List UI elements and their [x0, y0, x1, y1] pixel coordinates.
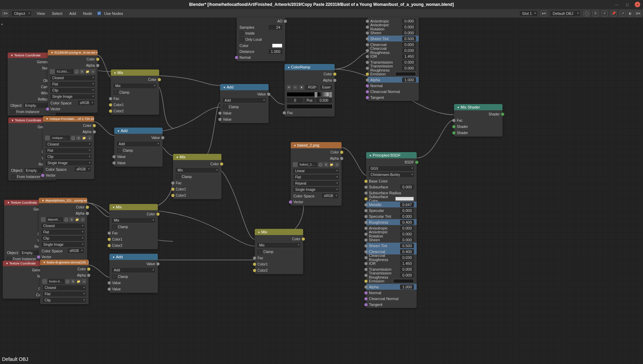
- panel-expand-icon[interactable]: ▸: [1, 22, 3, 26]
- value-field[interactable]: 0.000: [400, 226, 414, 231]
- node-header[interactable]: Principled BSDF: [366, 152, 417, 158]
- blend-mode-dropdown[interactable]: Mix: [111, 217, 156, 223]
- node-math-add-3[interactable]: Add Value Add Clamp Value Value: [109, 254, 158, 293]
- source-dropdown[interactable]: Single Image: [50, 94, 96, 100]
- node-header[interactable]: Mix: [111, 69, 159, 76]
- image-icon[interactable]: [50, 69, 55, 74]
- value-field[interactable]: 0.000: [400, 237, 414, 242]
- open-icon[interactable]: 📁: [329, 162, 334, 167]
- image-icon[interactable]: [293, 162, 298, 167]
- prop-emission[interactable]: Emission: [366, 278, 417, 284]
- ramp-mode-dropdown[interactable]: RGB: [305, 84, 318, 90]
- prop-sheen[interactable]: Sheen0.000: [366, 237, 417, 243]
- color-swatch[interactable]: [395, 72, 416, 76]
- color-swatch[interactable]: [395, 197, 414, 201]
- node-image-texture-1[interactable]: 81189190-young-w...in-an-art-room(291, C…: [48, 50, 98, 113]
- extension-dropdown[interactable]: Clip: [50, 87, 96, 93]
- menu-select[interactable]: Select: [50, 11, 65, 16]
- fake-user-icon[interactable]: ◯: [64, 217, 69, 222]
- colorspace-dropdown[interactable]: sRGB: [67, 248, 84, 254]
- image-name-field[interactable]: 81189190-young-...: [55, 69, 73, 74]
- prop-sheen-tint[interactable]: Sheen Tint0.500: [366, 243, 417, 249]
- clamp-checkbox[interactable]: [257, 250, 262, 254]
- samples-field[interactable]: 24: [269, 25, 282, 30]
- value-field[interactable]: 0.000: [402, 25, 416, 29]
- projection-dropdown[interactable]: Flat: [42, 291, 87, 297]
- prop-alpha[interactable]: Alpha1.000: [368, 77, 419, 83]
- node-mix-shader[interactable]: Mix Shader Shader Fac Shader Shader: [454, 104, 502, 137]
- fake-user-icon[interactable]: ◯: [318, 162, 323, 167]
- shading-icon[interactable]: ◐: [627, 10, 633, 17]
- node-mix-1[interactable]: Mix Color Mix Clamp Fac Color1 Color2: [111, 69, 159, 115]
- value-field[interactable]: 1.000: [400, 284, 414, 289]
- distance-field[interactable]: 1.000: [269, 49, 282, 54]
- close-icon[interactable]: ×: [635, 2, 640, 7]
- clip-icon[interactable]: ↗: [619, 10, 626, 17]
- prop-emission[interactable]: Emission: [368, 71, 419, 77]
- prop-transmission-roughness[interactable]: Transmission Roughness0.000: [368, 65, 419, 71]
- blend-mode-dropdown[interactable]: Mix: [113, 83, 157, 89]
- value-field[interactable]: 0.000: [400, 273, 414, 278]
- prop-clearcoat-roughness[interactable]: Clearcoat Roughness0.030: [368, 47, 419, 53]
- prop-subsurface[interactable]: Subsurface0.000: [366, 184, 417, 190]
- value-field[interactable]: 0.000: [400, 232, 414, 236]
- menu-node[interactable]: Node: [81, 11, 94, 16]
- sss-method-dropdown[interactable]: Christensen-Burley: [368, 172, 415, 178]
- clamp-checkbox[interactable]: [112, 225, 117, 229]
- value-field[interactable]: 0.000: [400, 185, 414, 189]
- distribution-dropdown[interactable]: GGX: [368, 166, 415, 171]
- remove-stop-button[interactable]: −: [293, 85, 298, 90]
- minimize-icon[interactable]: —: [614, 2, 619, 7]
- value-field[interactable]: 0.000: [402, 30, 416, 35]
- interpolation-dropdown[interactable]: Closest: [50, 75, 96, 81]
- fake-user-icon[interactable]: ◯: [65, 279, 70, 284]
- node-mix-4[interactable]: Mix Color Mix Clamp Fac Color1 Color2: [255, 229, 303, 274]
- prop-ior[interactable]: IOR1.450: [368, 53, 419, 59]
- node-ambient-occlusion[interactable]: AO Samples24 Inside Only Local Color Dis…: [237, 17, 285, 61]
- value-field[interactable]: 0.647: [400, 202, 414, 207]
- colorspace-dropdown[interactable]: sRGB: [78, 100, 95, 106]
- from-instancer-checkbox[interactable]: [11, 175, 16, 179]
- value-field[interactable]: 1.000: [402, 77, 416, 82]
- node-header[interactable]: 81189190-young-w...in-an-art-room(291,: [48, 50, 98, 55]
- value-field[interactable]: 0.000: [402, 66, 416, 71]
- node-image-texture-2[interactable]: Antique-Porcelain-...ull-1-720.10.10-86-…: [43, 116, 94, 179]
- extension-dropdown[interactable]: Repeat: [293, 180, 339, 186]
- value-field[interactable]: 0.030: [400, 255, 414, 260]
- prop-base-color[interactable]: Base Color: [366, 178, 417, 184]
- editor-type-icon[interactable]: ◔▾: [2, 10, 8, 17]
- prop-transmission-roughness[interactable]: Transmission Roughness0.000: [366, 272, 417, 278]
- new-icon[interactable]: ⎘: [76, 136, 81, 140]
- maximize-icon[interactable]: ◻: [624, 2, 630, 7]
- value-field[interactable]: 0.000: [400, 267, 414, 272]
- projection-dropdown[interactable]: Flat: [293, 174, 339, 180]
- clamp-checkbox[interactable]: [176, 175, 180, 179]
- image-icon[interactable]: [41, 217, 46, 222]
- source-dropdown[interactable]: Single Image: [41, 242, 85, 248]
- prop-anisotropic-rotation[interactable]: Anisotropic Rotation0.000: [366, 231, 417, 237]
- value-field[interactable]: 0.500: [402, 36, 416, 41]
- unlink-icon[interactable]: ×: [82, 279, 87, 284]
- value-field[interactable]: 0.000: [402, 42, 416, 47]
- menu-view[interactable]: View: [35, 11, 47, 16]
- value-field[interactable]: 0.000: [402, 60, 416, 65]
- open-icon[interactable]: 📁: [85, 69, 90, 74]
- color-swatch[interactable]: [272, 44, 282, 48]
- only-local-checkbox[interactable]: [239, 37, 244, 42]
- tools-dropdown[interactable]: ▾: [299, 85, 304, 90]
- clamp-checkbox[interactable]: [223, 105, 227, 109]
- projection-dropdown[interactable]: Flat: [50, 81, 96, 87]
- operation-dropdown[interactable]: Add: [111, 267, 156, 273]
- unlink-icon[interactable]: ×: [91, 69, 96, 74]
- value-field[interactable]: 0.400: [400, 249, 414, 254]
- prop-clearcoat-normal[interactable]: Clearcoat Normal: [368, 88, 419, 94]
- fake-user-icon[interactable]: ◯: [71, 136, 75, 140]
- value-field[interactable]: 0.000: [400, 214, 414, 219]
- node-mix-3[interactable]: Mix Color Mix Clamp Fac Color1 Color2: [109, 204, 158, 249]
- node-image-texture-4[interactable]: busto-di-giovane-donna(228, 174, 103, ..…: [40, 260, 89, 304]
- node-header[interactable]: ColorRamp: [284, 64, 335, 70]
- node-header[interactable]: Mix: [255, 229, 303, 235]
- unlink-icon[interactable]: ×: [80, 217, 85, 222]
- new-icon[interactable]: ⎘: [71, 279, 75, 284]
- operation-dropdown[interactable]: Add: [116, 141, 161, 147]
